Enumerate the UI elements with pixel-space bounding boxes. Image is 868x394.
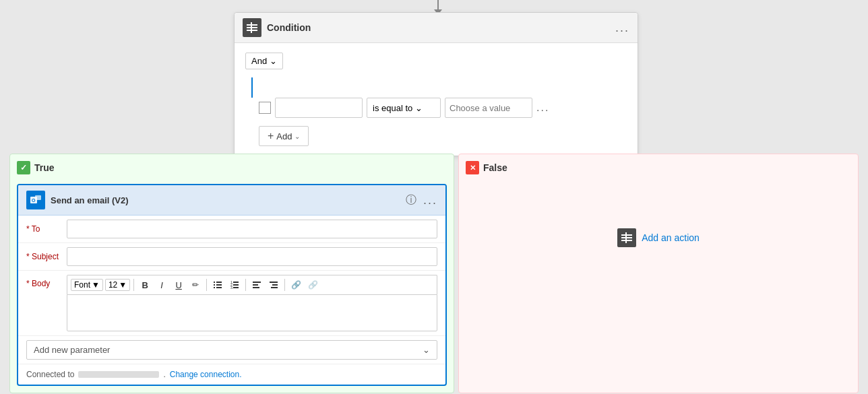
false-section: ✕ False Add an action — [458, 154, 859, 393]
condition-row-menu-dots[interactable]: ... — [536, 102, 549, 114]
change-connection-link[interactable]: Change connection. — [170, 370, 242, 379]
size-chevron: ▼ — [119, 280, 127, 290]
body-row: * Body Font ▼ 12 ▼ — [18, 271, 445, 336]
font-chevron: ▼ — [92, 280, 100, 290]
svg-rect-8 — [216, 282, 222, 283]
add-chevron-icon: ⌄ — [294, 133, 300, 140]
add-param-label: Add new parameter — [34, 345, 110, 355]
toolbar-sep-1 — [133, 279, 134, 291]
numbered-list-button[interactable]: 1. 2. 3. — [227, 277, 242, 292]
svg-rect-12 — [216, 287, 222, 288]
svg-rect-9 — [214, 284, 215, 286]
unlink-button[interactable]: 🔗 — [305, 277, 320, 292]
condition-left-input[interactable] — [275, 98, 363, 118]
email-card-title: Send an email (V2) — [51, 195, 129, 205]
condition-right-input[interactable] — [445, 98, 532, 118]
svg-text:3.: 3. — [230, 286, 233, 290]
svg-rect-11 — [214, 287, 215, 288]
condition-block: Condition ... And ⌄ is equal to ⌄ — [234, 12, 638, 156]
add-param-row: Add new parameter ⌄ — [18, 336, 445, 364]
condition-checkbox[interactable] — [259, 102, 271, 114]
and-dropdown[interactable]: And ⌄ — [245, 53, 283, 69]
svg-rect-14 — [233, 282, 239, 283]
email-card-menu-dots[interactable]: ... — [423, 193, 437, 207]
is-equal-chevron: ⌄ — [415, 103, 423, 113]
subject-input[interactable] — [67, 247, 437, 266]
toolbar-sep-3 — [245, 279, 246, 291]
true-badge: ✓ — [17, 161, 30, 174]
add-action-icon — [617, 228, 636, 247]
condition-header: Condition ... — [235, 13, 638, 43]
email-card-actions: ⓘ ... — [406, 193, 437, 207]
align-left-button[interactable] — [249, 277, 264, 292]
email-card: O Send an email (V2) ⓘ ... * To — [17, 184, 447, 386]
connected-row: Connected to . Change connection. — [18, 364, 445, 385]
email-card-header: O Send an email (V2) ⓘ ... — [18, 185, 445, 216]
body-editor: Font ▼ 12 ▼ B I U — [67, 275, 437, 331]
true-section: ✓ True O Send an email (V2) — [9, 154, 454, 393]
add-plus-icon: + — [268, 130, 274, 142]
font-label: Font — [74, 280, 90, 290]
link-button[interactable]: 🔗 — [288, 277, 303, 292]
is-equal-to-dropdown[interactable]: is equal to ⌄ — [367, 98, 441, 118]
false-badge: ✕ — [466, 161, 479, 174]
bullet-list-button[interactable] — [210, 277, 225, 292]
bold-button[interactable]: B — [137, 277, 152, 292]
body-label: * Body — [26, 275, 67, 288]
svg-rect-22 — [270, 282, 278, 283]
add-label: Add — [276, 131, 292, 141]
add-param-chevron: ⌄ — [423, 345, 430, 355]
add-param-dropdown[interactable]: Add new parameter ⌄ — [26, 340, 437, 360]
condition-title: Condition — [267, 22, 311, 33]
svg-rect-28 — [625, 232, 627, 243]
and-chevron: ⌄ — [270, 56, 277, 66]
align-right-button[interactable] — [266, 277, 281, 292]
pencil-icon[interactable]: ✏ — [188, 277, 203, 292]
font-size-value: 12 — [108, 280, 117, 290]
subject-field-row: * Subject — [18, 243, 445, 271]
svg-rect-18 — [233, 287, 239, 288]
svg-rect-23 — [272, 284, 278, 286]
italic-button[interactable]: I — [154, 277, 169, 292]
canvas: Condition ... And ⌄ is equal to ⌄ — [0, 0, 868, 394]
arrow-line — [437, 0, 439, 9]
svg-rect-3 — [251, 22, 252, 33]
underline-button[interactable]: U — [171, 277, 186, 292]
add-button[interactable]: + Add ⌄ — [259, 126, 309, 146]
svg-rect-7 — [214, 282, 215, 283]
is-equal-label: is equal to — [373, 103, 412, 113]
size-select[interactable]: 12 ▼ — [105, 279, 130, 291]
and-row: And ⌄ — [245, 53, 627, 69]
svg-rect-5 — [35, 195, 41, 200]
font-select[interactable]: Font ▼ — [71, 279, 103, 291]
period: . — [163, 370, 165, 379]
body-toolbar: Font ▼ 12 ▼ B I U — [67, 275, 437, 294]
false-label: False — [483, 162, 507, 173]
svg-text:O: O — [32, 198, 36, 203]
condition-header-left: Condition — [243, 18, 311, 37]
svg-rect-10 — [216, 284, 222, 286]
svg-rect-20 — [253, 284, 258, 286]
condition-icon — [243, 18, 261, 37]
svg-rect-16 — [233, 284, 239, 286]
condition-body: And ⌄ is equal to ⌄ ... + — [235, 43, 638, 156]
true-branch-header: ✓ True — [17, 161, 447, 174]
svg-rect-19 — [253, 282, 261, 283]
outlook-icon: O — [26, 191, 45, 209]
svg-rect-24 — [271, 287, 278, 288]
body-content-area[interactable] — [67, 294, 437, 331]
and-label: And — [251, 56, 267, 66]
add-action-container[interactable]: Add an action — [466, 228, 851, 247]
to-input[interactable] — [67, 220, 437, 238]
to-field-row: * To — [18, 216, 445, 243]
condition-left-bar — [259, 102, 271, 114]
connected-label: Connected to — [26, 370, 74, 379]
branches-container: ✓ True O Send an email (V2) — [0, 154, 868, 393]
toolbar-sep-4 — [284, 279, 285, 291]
condition-menu-dots[interactable]: ... — [615, 21, 629, 35]
info-icon[interactable]: ⓘ — [406, 193, 416, 207]
svg-rect-21 — [253, 287, 259, 288]
to-label: * To — [26, 224, 67, 234]
add-action-label: Add an action — [642, 232, 700, 243]
subject-label: * Subject — [26, 252, 67, 261]
